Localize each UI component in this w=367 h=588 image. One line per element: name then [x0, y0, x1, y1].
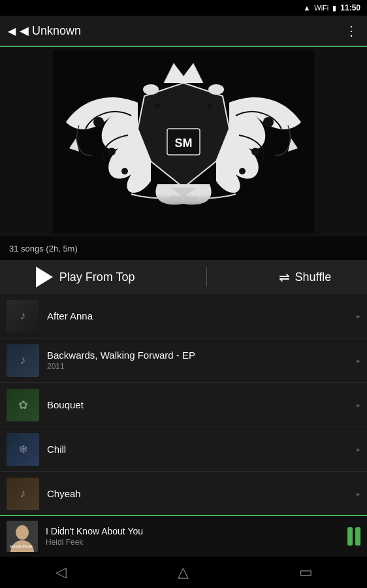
svg-point-10	[208, 84, 224, 95]
svg-point-12	[207, 103, 212, 108]
list-arrow-icon: ▸	[357, 356, 360, 365]
list-item[interactable]: ✿ Bouquet ▸	[0, 383, 367, 427]
top-bar-left: ◀ ◀ Unknown	[8, 24, 81, 38]
play-controls: Play From Top ⇌ Shuffle	[0, 260, 367, 294]
svg-point-8	[239, 168, 246, 174]
shuffle-label: Shuffle	[295, 270, 332, 284]
signal-icon: ▲	[303, 4, 310, 12]
np-thumb-img: Heidi Feek	[7, 521, 38, 552]
song-title: Bouquet	[47, 399, 349, 410]
top-bar: ◀ ◀ Unknown ⋮	[0, 16, 367, 47]
nav-home-button[interactable]: △	[164, 557, 203, 588]
list-arrow-icon: ▸	[357, 312, 360, 321]
song-title: Backwards, Walking Forward - EP	[47, 350, 349, 361]
songs-info-bar: 31 songs (2h, 5m)	[0, 237, 367, 260]
thumb-icon: ✿	[18, 398, 28, 412]
status-time: 11:50	[340, 3, 360, 12]
album-art-bg: SM	[0, 47, 367, 237]
status-icons: ▲ WiFi ▮ 11:50	[303, 3, 360, 12]
svg-rect-14	[53, 194, 314, 233]
list-arrow-icon: ▸	[357, 445, 360, 454]
pause-button[interactable]	[347, 527, 360, 546]
list-item[interactable]: ♪ Chyeah ▸	[0, 472, 367, 515]
crest-svg: SM	[53, 50, 314, 233]
now-playing-bar[interactable]: Heidi Feek I Didn't Know About You Heidi…	[0, 515, 367, 557]
shuffle-button[interactable]: ⇌ Shuffle	[279, 269, 332, 285]
song-title: Chyeah	[47, 488, 349, 499]
now-playing-artist: Heidi Feek	[46, 538, 340, 547]
song-info: After Anna	[39, 310, 357, 321]
now-playing-thumbnail: Heidi Feek	[7, 521, 38, 552]
song-info: Backwards, Walking Forward - EP 2011	[39, 350, 357, 371]
play-icon	[36, 267, 53, 287]
thumb-icon: ♪	[20, 353, 26, 367]
list-arrow-icon: ▸	[357, 400, 360, 410]
list-item[interactable]: ❄ Chill ▸	[0, 427, 367, 472]
bottom-nav: ◁ △ ▭	[0, 557, 367, 588]
svg-text:SM: SM	[175, 137, 193, 150]
now-playing-title: I Didn't Know About You	[46, 526, 340, 536]
song-thumbnail: ♪	[7, 478, 39, 510]
now-playing-info: I Didn't Know About You Heidi Feek	[38, 526, 347, 547]
list-arrow-icon: ▸	[357, 489, 360, 498]
song-thumbnail: ❄	[7, 433, 39, 466]
svg-point-16	[16, 525, 29, 540]
list-item[interactable]: ♪ Backwards, Walking Forward - EP 2011 ▸	[0, 338, 367, 383]
now-playing-controls[interactable]	[347, 527, 360, 546]
play-from-top-button[interactable]: Play From Top	[36, 267, 135, 287]
page-title: ◀ Unknown	[20, 24, 81, 38]
svg-point-5	[121, 168, 128, 174]
thumb-icon: ♪	[20, 309, 26, 323]
songs-count: 31 songs (2h, 5m)	[9, 244, 78, 253]
controls-divider	[206, 267, 207, 287]
song-list: ♪ After Anna ▸ ♪ Backwards, Walking Forw…	[0, 294, 367, 515]
menu-button[interactable]: ⋮	[345, 23, 359, 39]
song-thumbnail: ♪	[7, 300, 39, 333]
song-title: Chill	[47, 444, 349, 455]
pause-bar-left	[347, 527, 353, 546]
battery-icon: ▮	[332, 4, 336, 12]
song-title: After Anna	[47, 310, 349, 321]
svg-point-3	[93, 117, 104, 127]
wifi-icon: WiFi	[314, 4, 328, 12]
svg-point-7	[251, 148, 259, 155]
play-label: Play From Top	[59, 270, 135, 284]
song-thumbnail: ✿	[7, 389, 39, 421]
album-art: SM	[0, 47, 367, 237]
list-item[interactable]: ♪ After Anna ▸	[0, 294, 367, 338]
svg-point-4	[108, 148, 116, 155]
svg-point-11	[155, 103, 160, 108]
thumb-icon: ♪	[20, 487, 26, 500]
song-subtitle: 2011	[47, 362, 349, 371]
svg-point-9	[143, 84, 159, 95]
shuffle-icon: ⇌	[279, 269, 290, 285]
song-thumbnail: ♪	[7, 344, 39, 377]
status-bar: ▲ WiFi ▮ 11:50	[0, 0, 367, 16]
song-info: Chyeah	[39, 488, 357, 499]
song-info: Bouquet	[39, 399, 357, 410]
nav-recents-button[interactable]: ▭	[286, 557, 325, 588]
pause-bar-right	[355, 527, 360, 546]
svg-text:Heidi Feek: Heidi Feek	[10, 544, 33, 549]
back-icon[interactable]: ◀	[8, 25, 16, 37]
nav-back-button[interactable]: ◁	[42, 557, 81, 588]
thumb-icon: ❄	[18, 442, 28, 457]
song-info: Chill	[39, 444, 357, 455]
svg-point-6	[263, 117, 274, 127]
